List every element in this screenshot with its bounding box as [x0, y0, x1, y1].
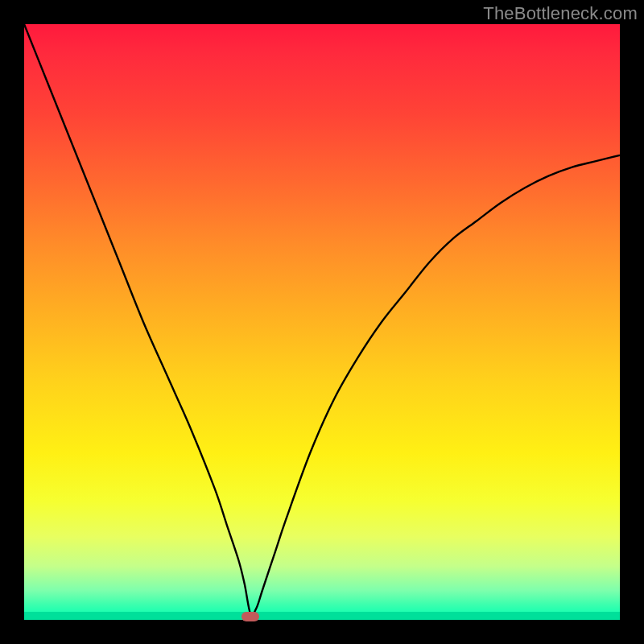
watermark-text: TheBottleneck.com [483, 3, 638, 24]
optimal-point-marker [242, 612, 259, 621]
plot-area [24, 24, 620, 620]
bottleneck-curve [24, 24, 620, 615]
chart-container: TheBottleneck.com [0, 0, 644, 644]
curve-svg [24, 24, 620, 620]
